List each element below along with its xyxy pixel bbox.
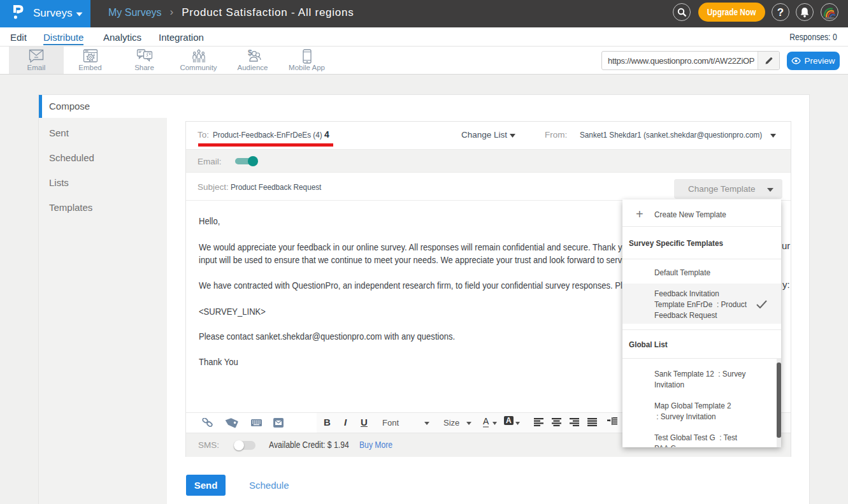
svg-text:$: $ xyxy=(248,49,252,57)
